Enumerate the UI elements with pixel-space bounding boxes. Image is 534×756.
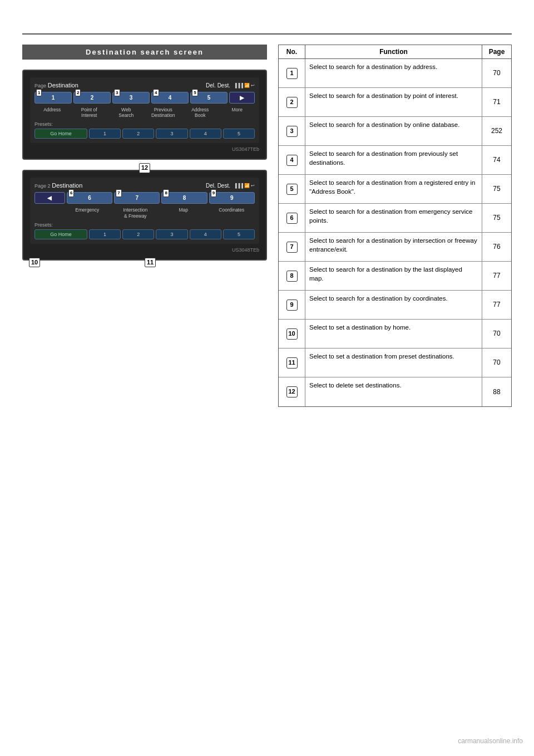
go-home-btn-2[interactable]: Go Home [34,229,87,239]
row8-func: Select to search for a destination by th… [305,262,482,290]
num-box-7: 7 [286,242,298,253]
function-table: No. Function Page 1 Select to search for… [278,45,512,407]
label-prev-dest: PreviousDestination [146,107,181,118]
nav-btn-7[interactable]: 7 7 [114,192,160,204]
watermark: carmanualsonline.info [458,737,523,745]
screen2-box: 12 Page 2 Destination Del. Dest. ▐▐▐ 📶 [22,170,267,260]
row4-no: 4 [279,146,305,174]
top-rule [22,33,512,35]
row10-no: 10 [279,320,305,348]
preset-2-btn[interactable]: 2 [122,129,154,139]
preset-s2-5-btn[interactable]: 5 [223,229,255,239]
go-home-btn-1[interactable]: Go Home [34,129,87,139]
preset-3-btn[interactable]: 3 [156,129,187,139]
screen1-id: US3047TEb [30,146,259,152]
row12-page: 88 [482,377,511,406]
nav-btn-6[interactable]: 6 6 [67,192,112,204]
nav-btn-8[interactable]: 8 8 [161,192,207,204]
num-box-6: 6 [286,213,298,224]
row5-func: Select to search for a destination from … [305,175,482,203]
nav-btn-back[interactable]: ◀ [34,192,65,204]
label-more: More [220,107,255,118]
row2-no: 2 [279,88,305,116]
label-address-book: AddressBook [182,107,218,118]
row6-func-text: Select to search for a destination from … [309,207,478,225]
row11-no: 11 [279,348,305,377]
badge-8: 8 [163,189,169,197]
screen1-labels-row: Address Point ofInterest WebSearch Previ… [34,107,255,118]
table-row: 11 Select to set a destination from pres… [279,348,511,377]
badge-2: 2 [75,89,81,96]
ext-label-12: 12 [139,163,150,173]
label-poi: Point ofInterest [72,107,107,118]
row5-func-text: Select to search for a destination from … [309,178,478,196]
col-no-header: No. [279,45,305,58]
ext-label-10: 10 [29,258,40,267]
nav-screen-1-header: Page Destination Del. Dest. ▐▐▐ 📶 ↩ [34,82,255,89]
table-row: 9 Select to search for a destination by … [279,291,511,320]
num-box-3: 3 [286,126,298,137]
nav-screen-2-header: Page 2 Destination Del. Dest. ▐▐▐ 📶 ↩ [34,182,255,189]
main-content: Destination search screen Page Destinati… [22,45,512,407]
num-box-5: 5 [286,184,298,195]
table-row: 4 Select to search for a destination fro… [279,146,511,175]
row4-func-text: Select to search for a destination from … [309,149,478,167]
ext-label-11: 11 [145,258,156,267]
badge-4: 4 [153,89,159,96]
label-emergency: Emergency [64,207,110,218]
signal-icons-2: ▐▐▐ 📶 ↩ [234,183,255,188]
row12-func-text: Select to delete set destinations. [309,381,402,390]
screen1-box: Page Destination Del. Dest. ▐▐▐ 📶 ↩ [22,70,267,160]
row5-page: 75 [482,175,511,203]
nav-screen-1: Page Destination Del. Dest. ▐▐▐ 📶 ↩ [30,77,259,143]
signal-bar-icon-2: ▐▐▐ [234,183,243,188]
num-box-1: 1 [286,68,298,79]
badge-7: 7 [116,189,121,197]
screen2-labels-row: Emergency Intersection& Freeway Map Coor… [34,207,255,218]
screen2-presets-row: Go Home 1 2 3 4 5 [34,229,255,239]
nav-btn-more[interactable]: ▶ [229,92,255,104]
nav-btn-1[interactable]: 1 1 [34,92,72,104]
row2-func-text: Select to search for a destination by po… [309,91,458,100]
num-box-4: 4 [286,155,298,166]
preset-s2-2-btn[interactable]: 2 [122,229,154,239]
wifi-icon: 📶 [244,83,250,88]
table-header: No. Function Page [279,45,511,59]
row7-func: Select to search for a destination by in… [305,233,482,261]
label-address: Address [34,107,70,118]
table-row: 8 Select to search for a destination by … [279,262,511,291]
row2-func: Select to search for a destination by po… [305,88,482,116]
row11-func-text: Select to set a destination from preset … [309,352,454,361]
row1-no: 1 [279,59,305,87]
row7-no: 7 [279,233,305,261]
nav-btn-4[interactable]: 4 4 [151,92,189,104]
preset-5-btn[interactable]: 5 [223,129,255,139]
wifi-icon-2: 📶 [244,183,250,188]
col-function-header: Function [305,45,482,58]
back-icon: ↩ [251,83,255,88]
num-box-11: 11 [286,357,298,369]
preset-4-btn[interactable]: 4 [190,129,221,139]
preset-1-btn[interactable]: 1 [89,129,121,139]
preset-s2-3-btn[interactable]: 3 [156,229,187,239]
nav-btn-5[interactable]: 5 5 [190,92,228,104]
row3-func: Select to search for a destination by on… [305,117,482,145]
badge-6: 6 [68,189,74,197]
nav-btn-9[interactable]: 9 9 [209,192,255,204]
preset-s2-1-btn[interactable]: 1 [89,229,121,239]
back-icon-2: ↩ [251,183,255,188]
row6-func: Select to search for a destination from … [305,204,482,232]
screen1-buttons-row: 1 1 2 2 3 3 4 4 [34,92,255,104]
preset-s2-4-btn[interactable]: 4 [190,229,221,239]
label-spacer [34,207,62,218]
screen2-id: US3048TEb [30,247,259,253]
screen2-page-label: Page 2 [34,183,51,189]
row1-func: Select to search for a destination by ad… [305,59,482,87]
num-box-9: 9 [286,300,298,311]
nav-btn-3[interactable]: 3 3 [112,92,150,104]
signal-icons-1: ▐▐▐ 📶 ↩ [234,83,255,88]
label-map: Map [160,207,206,218]
nav-btn-2[interactable]: 2 2 [73,92,111,104]
row12-no: 12 [279,377,305,406]
row12-func: Select to delete set destinations. [305,377,482,406]
